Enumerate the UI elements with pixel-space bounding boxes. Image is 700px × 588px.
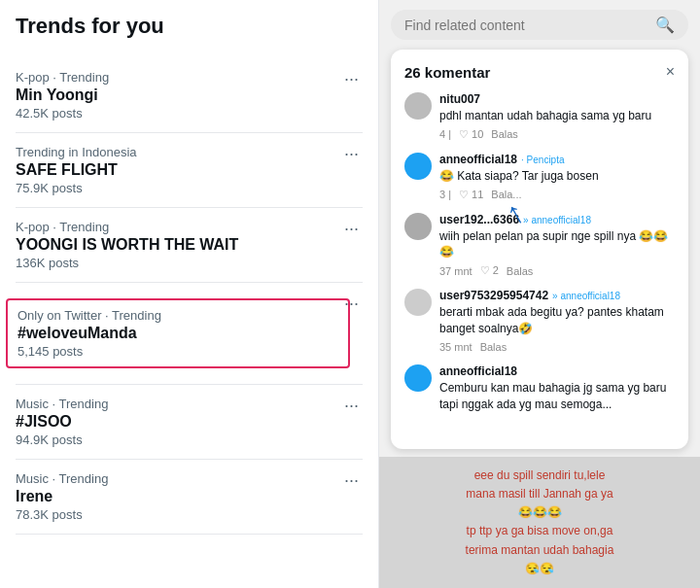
comment-author-line: user9753295954742» anneofficial18 [439,289,675,302]
avatar [404,289,432,316]
comment-author: anneofficial18 [439,153,517,166]
more-options-button[interactable]: ··· [340,145,363,162]
avatar [404,153,432,180]
story-line: eee du spill sendiri tu,lele [395,467,684,485]
trend-content-wrapper: K-pop · TrendingYOONGI IS WORTH THE WAIT… [16,220,340,270]
trend-meta: Music · Trending [16,397,340,411]
comment-badge: » anneofficial18 [523,215,591,225]
trend-content-wrapper: Music · TrendingIrene78.3K posts [16,471,340,522]
comment-modal: 26 komentar × ↑ nitu007pdhl mantan udah … [391,50,688,449]
divider [16,207,363,208]
more-options-button[interactable]: ··· [340,471,363,489]
comment-author: nitu007 [439,92,480,106]
trend-meta: Only on Twitter · Trending [18,308,338,323]
comment-likes[interactable]: ♡ 11 [459,189,483,201]
comment-author-line: nitu007 [439,92,675,106]
trend-name[interactable]: #JISOO [16,413,340,431]
divider [16,534,363,535]
comment-entry: anneofficial18· Pencipta😂 Kata siapa? Ta… [404,153,675,201]
story-line: mana masil till Jannah ga ya [395,485,684,503]
trend-name[interactable]: SAFE FLIGHT [16,161,340,179]
trend-name[interactable]: Irene [16,488,340,505]
reply-button[interactable]: Balas [480,341,508,353]
comment-badge: · Pencipta [521,155,564,165]
comment-entry: user9753295954742» anneofficial18berarti… [404,289,675,353]
comment-entry: user192...6366» anneofficial18wiih pelan… [404,213,675,278]
trend-name[interactable]: Min Yoongi [16,86,340,104]
comment-likes[interactable]: ♡ 2 [480,264,499,277]
trend-posts: 75.9K posts [16,181,340,195]
avatar [404,213,432,240]
trend-name[interactable]: YOONGI IS WORTH THE WAIT [16,236,340,254]
trends-panel: Trends for you K-pop · TrendingMin Yoong… [0,0,379,588]
more-options-button[interactable]: ··· [340,70,363,87]
search-icon: 🔍 [655,16,675,34]
comment-text: berarti mbak ada begitu ya? pantes khata… [439,304,675,337]
reply-button[interactable]: Balas [507,265,534,277]
comment-author-line: anneofficial18 [439,364,675,378]
trend-item: Music · TrendingIrene78.3K posts··· [16,462,363,532]
more-options-button[interactable]: ··· [340,397,363,414]
comment-actions: 37 mnt♡ 2Balas [439,264,675,277]
comment-body: user9753295954742» anneofficial18berarti… [439,289,675,353]
close-button[interactable]: × [666,63,675,81]
trend-item: K-pop · TrendingMin Yoongi42.5K posts··· [16,60,363,130]
comment-entry: anneofficial18Cemburu kan mau bahagia jg… [404,364,675,413]
comment-thread: nitu007pdhl mantan udah bahagia sama yg … [404,92,675,412]
comment-actions: 4 |♡ 10Balas [439,128,675,141]
story-text: eee du spill sendiri tu,lelemana masil t… [395,467,684,578]
trend-content-wrapper: Trending in IndonesiaSAFE FLIGHT75.9K po… [16,145,340,195]
trend-posts: 5,145 posts [18,344,338,359]
comment-entry: nitu007pdhl mantan udah bahagia sama yg … [404,92,675,141]
trend-meta: K-pop · Trending [16,220,340,234]
more-options-button[interactable]: ··· [340,220,363,237]
search-input[interactable] [404,17,648,33]
divider [16,459,363,460]
modal-title: 26 komentar [404,64,490,81]
comment-body: user192...6366» anneofficial18wiih pelan… [439,213,675,278]
avatar [404,92,432,120]
comment-text: pdhl mantan udah bahagia sama yg baru [439,108,675,124]
trend-item: Music · Trending#JISOO94.9K posts··· [16,387,363,457]
comment-likes[interactable]: ♡ 10 [459,128,483,141]
comment-time: 3 | [439,189,451,200]
comment-body: anneofficial18· Pencipta😂 Kata siapa? Ta… [439,153,675,201]
trend-name[interactable]: #weloveuManda [18,325,338,342]
trend-meta: Trending in Indonesia [16,145,340,159]
more-options-button[interactable]: ··· [340,294,363,312]
story-line: tp ttp ya ga bisa move on,ga [395,522,684,540]
trend-posts: 78.3K posts [16,507,340,522]
trend-posts: 94.9K posts [16,432,340,447]
comment-text: Cemburu kan mau bahagia jg sama yg baru … [439,380,675,413]
avatar [404,364,432,392]
comment-text: 😂 Kata siapa? Tar juga bosen [439,168,675,185]
reply-button[interactable]: Balas [491,128,518,140]
trend-content-wrapper: K-pop · TrendingMin Yoongi42.5K posts [16,70,340,121]
comment-time: 37 mnt [439,265,472,277]
comment-time: 4 | [439,128,451,140]
trend-item: K-pop · TrendingYOONGI IS WORTH THE WAIT… [16,210,363,280]
modal-header: 26 komentar × [404,63,675,81]
trend-posts: 42.5K posts [16,106,340,121]
comment-author-line: user192...6366» anneofficial18 [439,213,675,226]
right-panel: 🔍 26 komentar × ↑ nitu007pdhl mantan uda… [379,0,700,588]
comment-author-line: anneofficial18· Pencipta [439,153,675,166]
trend-content-wrapper: Music · Trending#JISOO94.9K posts [16,397,340,447]
comment-badge: » anneofficial18 [552,291,620,301]
trend-posts: 136K posts [16,256,340,270]
comment-actions: 35 mntBalas [439,341,675,353]
trend-item: Trending in IndonesiaSAFE FLIGHT75.9K po… [16,135,363,205]
trends-list: K-pop · TrendingMin Yoongi42.5K posts···… [16,60,363,535]
search-bar[interactable]: 🔍 [391,10,688,40]
page-title: Trends for you [16,10,363,43]
comment-actions: 3 |♡ 11Bala... [439,189,675,201]
story-line: 😂😂😂 [395,503,684,522]
story-line: 😪😪 [395,560,684,578]
comment-author: anneofficial18 [439,364,517,378]
divider [16,384,363,385]
story-line: terima mantan udah bahagia [395,541,684,560]
comment-time: 35 mnt [439,341,472,353]
divider [16,282,363,283]
trend-meta: K-pop · Trending [16,70,340,85]
comment-body: nitu007pdhl mantan udah bahagia sama yg … [439,92,675,141]
